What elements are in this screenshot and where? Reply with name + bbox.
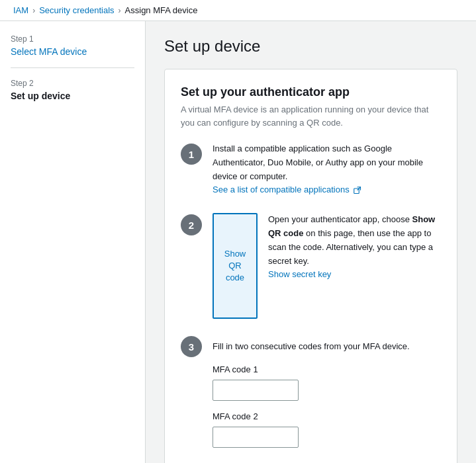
sidebar: Step 1 Select MFA device Step 2 Set up d… xyxy=(0,21,146,463)
breadcrumb-sep-2: › xyxy=(119,6,121,15)
breadcrumb-iam-link[interactable]: IAM xyxy=(13,5,28,15)
breadcrumb: IAM › Security credentials › Assign MFA … xyxy=(0,0,476,21)
card-step-2: 2 Show QR code Open your authenticator a… xyxy=(181,213,441,319)
step-3-content: Fill in two consecutive codes from your … xyxy=(213,335,441,456)
card-title: Set up your authenticator app xyxy=(181,85,441,99)
show-secret-key-link[interactable]: Show secret key xyxy=(268,269,331,279)
step-number-1: 1 xyxy=(181,144,202,165)
card-description: A virtual MFA device is an application r… xyxy=(181,103,441,129)
mfa-section: Fill in two consecutive codes from your … xyxy=(213,340,441,447)
breadcrumb-sep-1: › xyxy=(32,6,35,15)
sidebar-step2-label: Step 2 xyxy=(11,79,134,88)
compatible-apps-link[interactable]: See a list of compatible applications xyxy=(213,185,361,194)
step-number-3: 3 xyxy=(181,336,202,357)
mfa-code-2-input[interactable] xyxy=(213,427,299,448)
mfa-code-1-label: MFA code 1 xyxy=(213,363,441,377)
step-number-2: 2 xyxy=(181,214,202,235)
mfa-code-2-label: MFA code 2 xyxy=(213,410,441,424)
show-qr-code-button[interactable]: Show QR code xyxy=(213,213,258,319)
sidebar-step1-label: Step 1 xyxy=(11,34,134,44)
step-2-content: Show QR code Open your authenticator app… xyxy=(213,213,441,319)
step-1-text: Install a compatible application such as… xyxy=(213,144,423,181)
qr-area: Show QR code Open your authenticator app… xyxy=(213,213,441,319)
sidebar-step2-active: Set up device xyxy=(11,91,70,101)
sidebar-step1-link[interactable]: Select MFA device xyxy=(11,46,87,57)
breadcrumb-security-link[interactable]: Security credentials xyxy=(39,5,114,15)
sidebar-step1-group: Step 1 Select MFA device xyxy=(11,34,134,57)
setup-card: Set up your authenticator app A virtual … xyxy=(164,69,457,463)
card-step-3: 3 Fill in two consecutive codes from you… xyxy=(181,335,441,456)
main-content: Set up device Set up your authenticator … xyxy=(146,21,476,463)
card-step-1: 1 Install a compatible application such … xyxy=(181,142,441,197)
mfa-code-2-field: MFA code 2 xyxy=(213,410,441,448)
mfa-code-1-field: MFA code 1 xyxy=(213,363,441,401)
qr-instructions: Open your authenticator app, choose Show… xyxy=(268,213,441,282)
breadcrumb-current: Assign MFA device xyxy=(125,5,198,15)
qr-box-label: Show QR code xyxy=(214,244,256,288)
external-link-icon xyxy=(354,187,361,194)
mfa-code-1-input[interactable] xyxy=(213,380,299,401)
sidebar-divider xyxy=(11,67,134,68)
sidebar-step2-group: Step 2 Set up device xyxy=(11,79,134,101)
step-1-content: Install a compatible application such as… xyxy=(213,142,441,197)
mfa-description: Fill in two consecutive codes from your … xyxy=(213,340,441,354)
page-title: Set up device xyxy=(164,37,457,56)
